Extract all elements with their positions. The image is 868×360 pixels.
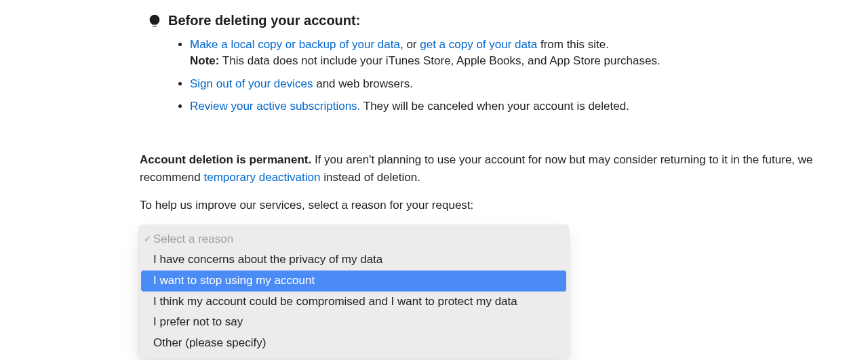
reason-option-compromised[interactable]: I think my account could be compromised …	[138, 292, 569, 313]
reason-option-privacy[interactable]: I have concerns about the privacy of my …	[138, 249, 569, 271]
list-item: Make a local copy or backup of your data…	[190, 37, 841, 69]
pre-delete-checklist: Make a local copy or backup of your data…	[176, 37, 841, 115]
tip-heading: Before deleting your account:	[168, 11, 360, 30]
reason-option-other[interactable]: Other (please specify)	[138, 333, 569, 354]
list-item: Review your active subscriptions. They w…	[190, 98, 841, 115]
note-label: Note:	[190, 54, 219, 67]
reason-prompt: To help us improve our services, select …	[140, 197, 841, 214]
reason-select-menu[interactable]: ✓ Select a reason I have concerns about …	[138, 225, 569, 359]
sign-out-devices-link[interactable]: Sign out of your devices	[190, 77, 313, 90]
permanent-warning: Account deletion is permanent. If you ar…	[140, 151, 841, 186]
reason-option-stop-using[interactable]: I want to stop using my account	[141, 271, 566, 292]
checkmark-icon: ✓	[144, 232, 152, 245]
backup-data-link[interactable]: Make a local copy or backup of your data	[190, 38, 400, 51]
list-item: Sign out of your devices and web browser…	[190, 76, 841, 92]
review-subscriptions-link[interactable]: Review your active subscriptions.	[190, 100, 360, 113]
lightbulb-icon	[141, 14, 168, 28]
note-text: This data does not include your iTunes S…	[219, 54, 660, 67]
temporary-deactivation-link[interactable]: temporary deactivation	[203, 171, 320, 184]
get-copy-data-link[interactable]: get a copy of your data	[420, 38, 537, 51]
reason-option-placeholder[interactable]: ✓ Select a reason	[138, 229, 569, 250]
reason-option-prefer-not[interactable]: I prefer not to say	[138, 312, 569, 333]
